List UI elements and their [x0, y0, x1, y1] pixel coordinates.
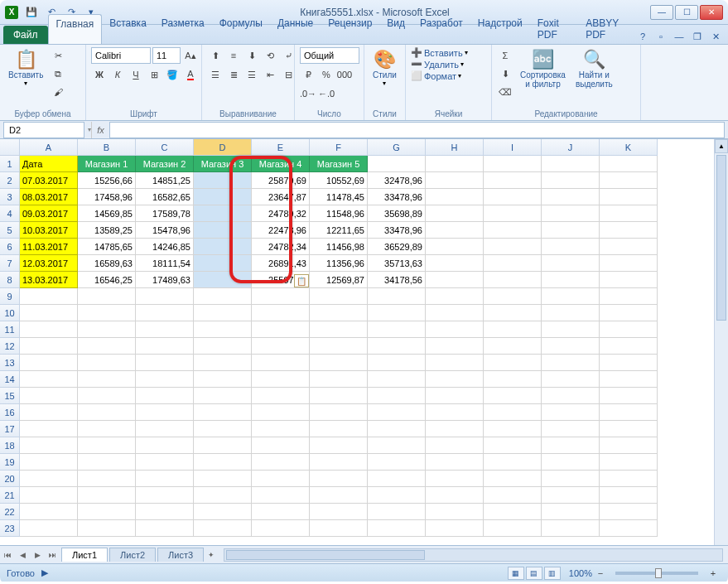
cell-H10[interactable]: [426, 305, 484, 321]
cell-B15[interactable]: [78, 388, 136, 404]
cell-D7[interactable]: [194, 255, 252, 272]
cell-A23[interactable]: [20, 520, 78, 537]
cell-H7[interactable]: [426, 255, 484, 272]
cell-C8[interactable]: 17489,63: [136, 272, 194, 288]
merge-button[interactable]: ⊟: [280, 66, 297, 83]
cell-H13[interactable]: [426, 355, 484, 371]
row-header-5[interactable]: 5: [0, 222, 20, 239]
cell-I20[interactable]: [484, 471, 542, 487]
border-button[interactable]: ⊞: [146, 66, 162, 83]
delete-cells-button[interactable]: Удалить: [424, 60, 459, 70]
cell-H15[interactable]: [426, 388, 484, 404]
format-painter-button[interactable]: 🖌: [50, 84, 66, 100]
tab-abbyy pdf[interactable]: ABBYY PDF: [578, 14, 635, 44]
column-header-D[interactable]: D: [194, 139, 252, 156]
cell-H8[interactable]: [426, 272, 484, 288]
indent-dec-button[interactable]: ⇤: [262, 66, 278, 83]
cell-F20[interactable]: [310, 471, 368, 487]
cell-K8[interactable]: [600, 272, 658, 288]
cell-C14[interactable]: [136, 371, 194, 388]
cell-B22[interactable]: [78, 504, 136, 520]
cell-C11[interactable]: [136, 321, 194, 338]
paste-options-button[interactable]: 📋: [294, 274, 309, 287]
cell-F18[interactable]: [310, 437, 368, 454]
tab-формулы[interactable]: Формулы: [212, 14, 270, 44]
tab-главная[interactable]: Главная: [48, 14, 103, 44]
zoom-slider[interactable]: [615, 572, 698, 575]
cell-J11[interactable]: [542, 321, 600, 338]
column-header-B[interactable]: B: [78, 139, 136, 156]
cell-C15[interactable]: [136, 388, 194, 404]
maximize-button[interactable]: ☐: [675, 5, 698, 20]
row-header-10[interactable]: 10: [0, 305, 20, 321]
paste-button[interactable]: 📋 Вставить ▾: [5, 47, 46, 89]
cell-I2[interactable]: [484, 172, 542, 189]
percent-button[interactable]: %: [318, 66, 335, 83]
page-layout-view-button[interactable]: ▤: [526, 567, 542, 580]
tab-вид[interactable]: Вид: [379, 14, 412, 44]
column-header-J[interactable]: J: [542, 139, 600, 156]
cell-F10[interactable]: [310, 305, 368, 321]
row-header-18[interactable]: 18: [0, 437, 20, 454]
cell-E17[interactable]: [252, 421, 310, 437]
cell-F2[interactable]: 10552,69: [310, 172, 368, 189]
cell-E13[interactable]: [252, 355, 310, 371]
cell-K18[interactable]: [600, 437, 658, 454]
cell-H4[interactable]: [426, 205, 484, 222]
cell-F5[interactable]: 12211,65: [310, 222, 368, 239]
cell-J15[interactable]: [542, 388, 600, 404]
tab-рецензир[interactable]: Рецензир: [321, 14, 379, 44]
ribbon-minimize-button[interactable]: ▫: [653, 29, 668, 44]
cell-F7[interactable]: 11356,96: [310, 255, 368, 272]
select-all-corner[interactable]: [0, 139, 20, 156]
cell-C9[interactable]: [136, 288, 194, 305]
cell-J13[interactable]: [542, 355, 600, 371]
cell-C4[interactable]: 17589,78: [136, 205, 194, 222]
row-header-2[interactable]: 2: [0, 172, 20, 189]
cell-A22[interactable]: [20, 504, 78, 520]
fill-button[interactable]: ⬇: [497, 65, 513, 82]
cell-G13[interactable]: [368, 355, 426, 371]
cell-I15[interactable]: [484, 388, 542, 404]
cell-J1[interactable]: [542, 156, 600, 172]
column-header-K[interactable]: K: [600, 139, 658, 156]
cell-E19[interactable]: [252, 454, 310, 471]
cell-G18[interactable]: [368, 437, 426, 454]
row-header-6[interactable]: 6: [0, 239, 20, 255]
underline-button[interactable]: Ч: [128, 66, 144, 83]
scroll-up-button[interactable]: ▲: [715, 139, 728, 153]
sheet-tab-Лист1[interactable]: Лист1: [61, 548, 108, 562]
cell-F22[interactable]: [310, 504, 368, 520]
cell-J21[interactable]: [542, 487, 600, 504]
cell-H22[interactable]: [426, 504, 484, 520]
cell-G19[interactable]: [368, 454, 426, 471]
align-center-button[interactable]: ≣: [225, 66, 242, 83]
cell-B6[interactable]: 14785,65: [78, 239, 136, 255]
cell-J23[interactable]: [542, 520, 600, 537]
cell-A11[interactable]: [20, 321, 78, 338]
cell-F4[interactable]: 11548,96: [310, 205, 368, 222]
cell-B10[interactable]: [78, 305, 136, 321]
cell-G11[interactable]: [368, 321, 426, 338]
cell-F14[interactable]: [310, 371, 368, 388]
cell-H1[interactable]: [426, 156, 484, 172]
clear-button[interactable]: ⌫: [497, 84, 513, 100]
cell-F13[interactable]: [310, 355, 368, 371]
cell-K20[interactable]: [600, 471, 658, 487]
cell-G9[interactable]: [368, 288, 426, 305]
format-cells-button[interactable]: Формат: [424, 71, 456, 81]
cell-B2[interactable]: 15256,66: [78, 172, 136, 189]
cell-I18[interactable]: [484, 437, 542, 454]
cell-I16[interactable]: [484, 404, 542, 421]
zoom-out-button[interactable]: −: [592, 565, 609, 582]
cell-A17[interactable]: [20, 421, 78, 437]
cell-A13[interactable]: [20, 355, 78, 371]
cell-K5[interactable]: [600, 222, 658, 239]
column-header-E[interactable]: E: [252, 139, 310, 156]
cell-I5[interactable]: [484, 222, 542, 239]
cell-A9[interactable]: [20, 288, 78, 305]
row-header-17[interactable]: 17: [0, 421, 20, 437]
cell-E12[interactable]: [252, 338, 310, 355]
sort-filter-button[interactable]: 🔤 Сортировка и фильтр: [517, 47, 569, 90]
cell-J16[interactable]: [542, 404, 600, 421]
